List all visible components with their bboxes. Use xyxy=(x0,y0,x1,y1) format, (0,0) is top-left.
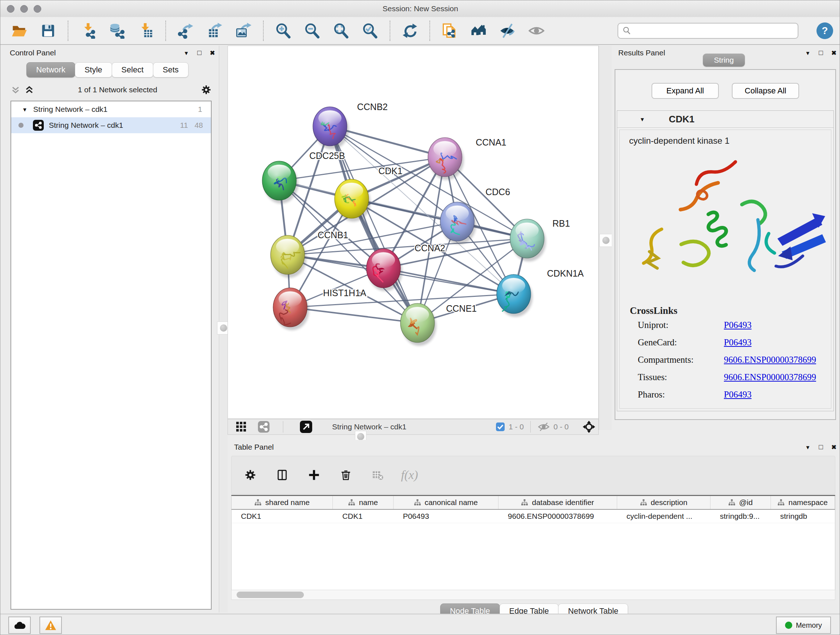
results-panel-close-icon[interactable]: ✖ xyxy=(827,49,840,57)
column-header-canonical-name[interactable]: canonical name xyxy=(393,496,499,509)
search-box[interactable] xyxy=(617,23,798,39)
import-network-from-file-button[interactable] xyxy=(79,21,97,41)
crosslink-value-link[interactable]: 9606.ENSP00000378699 xyxy=(724,372,816,382)
toggle-columns-button[interactable] xyxy=(273,465,292,485)
network-node-RB1[interactable]: RB1 xyxy=(510,218,570,261)
control-panel: Control Panel ▼ □ ✖ NetworkStyleSelectSe… xyxy=(3,46,219,613)
table-horizontal-scrollbar[interactable] xyxy=(231,590,835,600)
tab-select[interactable]: Select xyxy=(112,62,153,78)
network-node-HIST1H1A[interactable]: HIST1H1A xyxy=(273,288,366,330)
selected-items-indicator[interactable]: 1 - 0 xyxy=(496,419,524,434)
network-canvas[interactable]: CCNB2CCNA1CDC25BCDK1CDC6RB1CCNB1CCNA2CDK… xyxy=(227,46,599,419)
memory-status-dot xyxy=(785,622,792,629)
control-panel-close-icon[interactable]: ✖ xyxy=(206,49,219,57)
network-collection-row[interactable]: ▼ String Network – cdk1 1 xyxy=(11,101,211,117)
tab-sets[interactable]: Sets xyxy=(153,62,188,78)
import-network-from-database-button[interactable] xyxy=(107,21,126,41)
help-button[interactable]: ? xyxy=(816,22,833,39)
crosslink-value-link[interactable]: P06493 xyxy=(724,337,752,348)
network-type-icon xyxy=(33,120,44,131)
function-builder-button[interactable]: f(x) xyxy=(400,465,419,485)
zoom-selected-region-icon xyxy=(362,23,378,39)
table-panel-close-icon[interactable]: ✖ xyxy=(827,443,840,451)
scrollbar-thumb[interactable] xyxy=(237,592,304,598)
save-session-button[interactable] xyxy=(39,21,57,41)
results-panel-menu-icon[interactable]: ▼ xyxy=(801,50,814,56)
expand-all-networks-icon[interactable] xyxy=(11,84,21,95)
import-table-from-file-icon xyxy=(138,23,154,39)
collapse-all-button[interactable]: Collapse All xyxy=(732,83,799,99)
network-options-gear-icon[interactable] xyxy=(201,84,212,95)
network-node-CCNA2[interactable]: CCNA2 xyxy=(366,243,445,291)
hidden-items-indicator[interactable]: 0 - 0 xyxy=(538,419,569,434)
tab-style[interactable]: Style xyxy=(75,62,112,78)
birdseye-view-icon[interactable] xyxy=(583,419,595,434)
column-header-namespace[interactable]: namespace xyxy=(771,496,835,509)
zoom-in-button[interactable] xyxy=(274,21,293,41)
gene-entry-header[interactable]: ▼ CDK1 xyxy=(617,111,834,128)
open-session-button[interactable] xyxy=(10,21,28,41)
open-in-window-icon[interactable] xyxy=(300,419,313,434)
table-cell: stringdb xyxy=(771,510,835,523)
gene-expander-icon[interactable]: ▼ xyxy=(639,116,645,122)
table-panel-float-icon[interactable]: □ xyxy=(814,443,827,451)
add-column-button[interactable] xyxy=(305,465,324,485)
delete-column-button[interactable] xyxy=(336,465,355,485)
column-header-database-identifier[interactable]: database identifier xyxy=(499,496,617,509)
tab-network[interactable]: Network xyxy=(27,62,75,78)
crosslink-value-link[interactable]: P06493 xyxy=(724,390,752,400)
column-type-icon xyxy=(254,499,262,506)
network-share-icon[interactable] xyxy=(257,419,270,434)
results-panel-float-icon[interactable]: □ xyxy=(814,49,827,57)
tab-string[interactable]: String xyxy=(703,54,745,67)
zoom-selected-region-button[interactable] xyxy=(361,21,379,41)
export-image-button[interactable] xyxy=(234,21,253,41)
collection-count: 1 xyxy=(198,105,202,114)
warnings-button[interactable] xyxy=(39,616,62,634)
zoom-fit-content-icon xyxy=(333,23,349,39)
column-header--id[interactable]: @id xyxy=(711,496,771,509)
zoom-fit-content-button[interactable] xyxy=(332,21,351,41)
toolbar-divider xyxy=(283,421,283,432)
network-node-CCNE1[interactable]: CCNE1 xyxy=(401,303,477,346)
left-splitter[interactable] xyxy=(219,46,228,613)
network-row[interactable]: String Network – cdk1 11 48 xyxy=(11,117,211,133)
right-splitter[interactable] xyxy=(599,46,613,430)
table-row[interactable]: CDK1CDK1P064939606.ENSP00000378699cyclin… xyxy=(232,510,835,523)
column-header-label: @id xyxy=(739,498,753,507)
node-label-CDC6: CDC6 xyxy=(485,187,510,197)
toolbar-separator xyxy=(429,21,430,41)
column-header-shared-name[interactable]: shared name xyxy=(232,496,333,509)
column-header-name[interactable]: name xyxy=(333,496,393,509)
duplicate-network-button[interactable] xyxy=(440,21,459,41)
import-table-from-file-button[interactable] xyxy=(136,21,155,41)
zoom-out-button[interactable] xyxy=(303,21,322,41)
control-panel-float-icon[interactable]: □ xyxy=(193,49,206,57)
table-cell: P06493 xyxy=(393,510,499,523)
network-node-CDKN1A[interactable]: CDKN1A xyxy=(497,268,584,317)
network-edge[interactable] xyxy=(290,307,417,323)
show-all-button[interactable] xyxy=(527,21,546,41)
hide-selected-button[interactable] xyxy=(498,21,517,41)
table-settings-gear-button[interactable] xyxy=(241,465,260,485)
apply-preferred-layout-button[interactable] xyxy=(401,21,419,41)
crosslink-value-link[interactable]: 9606.ENSP00000378699 xyxy=(724,355,816,365)
network-node-CCNA1[interactable]: CCNA1 xyxy=(428,137,507,180)
grid-view-icon[interactable] xyxy=(236,419,247,434)
right-splitter-handle[interactable] xyxy=(600,234,613,247)
delete-table-button[interactable] xyxy=(368,465,387,485)
export-network-button[interactable] xyxy=(176,21,195,41)
control-panel-menu-icon[interactable]: ▼ xyxy=(180,50,193,56)
column-header-description[interactable]: description xyxy=(617,496,711,509)
expand-all-button[interactable]: Expand All xyxy=(652,83,719,99)
export-table-button[interactable] xyxy=(205,21,224,41)
collapse-all-networks-icon[interactable] xyxy=(24,84,34,95)
search-input[interactable] xyxy=(634,26,793,35)
table-panel-menu-icon[interactable]: ▼ xyxy=(801,444,814,450)
cloud-status-button[interactable] xyxy=(8,616,31,634)
crosslink-value-link[interactable]: P06493 xyxy=(724,320,752,330)
horizontal-splitter[interactable] xyxy=(227,435,840,440)
collection-expander-icon[interactable]: ▼ xyxy=(22,106,27,112)
first-neighbors-button[interactable] xyxy=(469,21,488,41)
memory-button[interactable]: Memory xyxy=(776,616,831,634)
